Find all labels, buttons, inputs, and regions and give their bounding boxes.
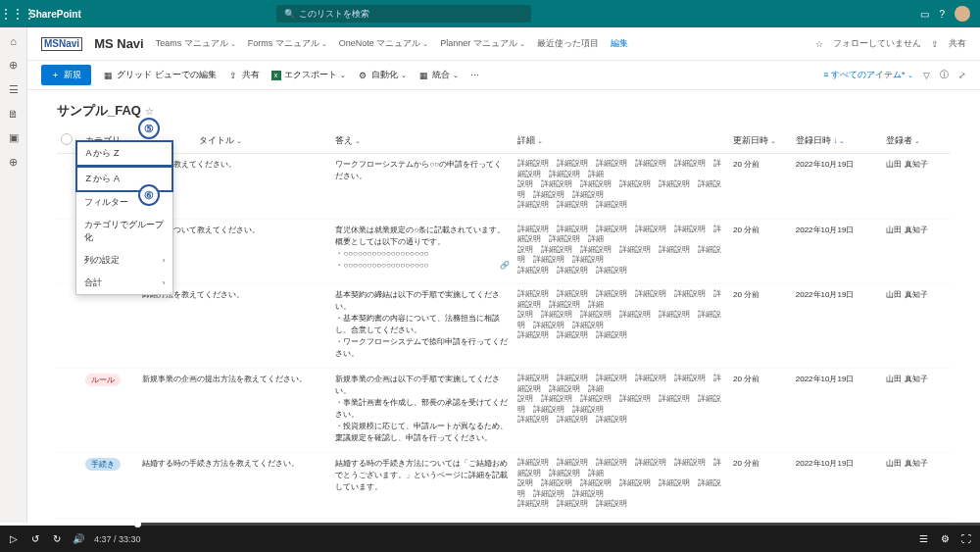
- chevron-down-icon: ⌄: [537, 137, 543, 144]
- filter-icon[interactable]: ▽: [923, 71, 930, 80]
- play-icon[interactable]: ▷: [8, 533, 20, 545]
- cell-author: 山田 真知子: [882, 453, 951, 519]
- site-logo[interactable]: MSNavi: [41, 37, 82, 51]
- cell-author: 山田 真知子: [882, 219, 951, 284]
- table-row[interactable]: の制度について教えてください。 育児休業は就業規定の○条に記載されています。 概…: [57, 219, 951, 284]
- app-name: SharePoint: [29, 9, 81, 20]
- search-input[interactable]: 🔍 このリストを検索: [276, 5, 531, 23]
- cmd-export[interactable]: xエクスポート⌄: [271, 69, 346, 81]
- nav-recent[interactable]: 最近使った項目: [537, 37, 599, 50]
- info-icon[interactable]: ⓘ: [940, 69, 949, 81]
- new-button[interactable]: ＋ 新規: [41, 65, 91, 85]
- sort-za[interactable]: Z から A: [75, 166, 173, 192]
- news-icon[interactable]: ▣: [9, 131, 19, 144]
- link-icon[interactable]: 🔗: [500, 260, 510, 272]
- cell-detail: 詳細説明 詳細説明 詳細説明 詳細説明 詳細説明 詳細説明 詳細説明 詳細 説明…: [514, 154, 729, 220]
- cell-detail: 詳細説明 詳細説明 詳細説明 詳細説明 詳細説明 詳細説明 詳細説明 詳細 説明…: [514, 453, 729, 519]
- chevron-down-icon: ⌄: [340, 72, 346, 79]
- search-icon: 🔍: [284, 9, 295, 19]
- cell-detail: 詳細説明 詳細説明 詳細説明 詳細説明 詳細説明 詳細説明 詳細説明 詳細 説明…: [514, 284, 729, 369]
- cell-registered: 2022年10月19日: [792, 284, 883, 369]
- cell-detail: 詳細説明 詳細説明 詳細説明 詳細説明 詳細説明 詳細説明 詳細説明 詳細 説明…: [514, 369, 729, 453]
- volume-icon[interactable]: 🔊: [73, 533, 84, 545]
- fullscreen-icon[interactable]: ⛶: [960, 533, 972, 545]
- col-answer[interactable]: 答え⌄: [331, 127, 513, 154]
- cell-registered: 2022年10月19日: [792, 453, 883, 519]
- search-placeholder: このリストを検索: [299, 8, 369, 21]
- cell-author: 山田 真知子: [882, 284, 951, 369]
- view-selector[interactable]: ≡ すべてのアイテム* ⌄: [823, 69, 913, 81]
- add-icon[interactable]: ⊕: [9, 156, 18, 169]
- help-icon[interactable]: ?: [939, 9, 945, 20]
- avatar[interactable]: [955, 6, 970, 22]
- cell-answer: 結婚する時の手続き方法については「ご結婚おめでとうございます。」というページに詳…: [331, 453, 513, 519]
- expand-icon[interactable]: ⤢: [958, 71, 966, 80]
- nav-forms[interactable]: Forms マニュアル⌄: [248, 37, 327, 50]
- col-updated[interactable]: 更新日時⌄: [729, 127, 792, 154]
- group-by[interactable]: カテゴリでグループ化: [76, 214, 172, 249]
- cell-answer: 基本契約の締結は以下の手順で実施してください。 ・基本契約書の内容について、法務…: [331, 284, 513, 369]
- cell-answer: ワークフローシステムから○○の申請を行ってください。: [331, 154, 513, 220]
- nav-planner[interactable]: Planner マニュアル⌄: [440, 37, 525, 50]
- cmd-grid-edit[interactable]: ▦グリッド ビューでの編集: [103, 69, 217, 81]
- video-progress[interactable]: [0, 523, 980, 526]
- cell-updated: 20 分前: [729, 369, 792, 453]
- table-row[interactable]: き方法を教えてください。 ワークフローシステムから○○の申請を行ってください。 …: [57, 154, 951, 220]
- progress-handle[interactable]: [134, 521, 141, 527]
- forward-icon[interactable]: ↻: [51, 533, 63, 545]
- nav-edit[interactable]: 編集: [611, 37, 628, 50]
- table-row[interactable]: ルール 新規事業の企画の提出方法を教えてください。 新規事業の企画は以下の手順で…: [57, 369, 951, 453]
- favorite-star-icon[interactable]: ☆: [145, 106, 154, 117]
- cc-icon[interactable]: ☰: [917, 533, 929, 545]
- table-row[interactable]: 手続き 結婚する時の手続き方法を教えてください。 結婚する時の手続き方法について…: [57, 453, 951, 519]
- home-icon[interactable]: ⌂: [10, 35, 17, 47]
- flow-icon: ⚙: [358, 70, 368, 80]
- chevron-down-icon: ⌄: [770, 137, 776, 144]
- cell-updated: 20 分前: [729, 154, 792, 220]
- chevron-right-icon: ›: [163, 278, 166, 287]
- follow-star-icon[interactable]: ☆: [815, 39, 823, 49]
- video-player-bar: ▷ ↺ ↻ 🔊 4:37 / 33:30 ☰ ⚙ ⛶: [0, 523, 980, 552]
- globe-icon[interactable]: ⊕: [9, 59, 18, 72]
- cell-updated: 20 分前: [729, 284, 792, 369]
- nav-onenote[interactable]: OneNote マニュアル⌄: [339, 37, 429, 50]
- cmd-share[interactable]: ⇪共有: [228, 69, 260, 81]
- column-filter-menu: A から Z Z から A フィルター カテゴリでグループ化 列の設定› 合計›: [75, 140, 173, 295]
- chevron-down-icon: ⌄: [839, 137, 845, 144]
- col-registered[interactable]: 登録日時 ↓⌄: [792, 127, 883, 154]
- nav-teams[interactable]: Teams マニュアル⌄: [156, 37, 236, 50]
- cmd-more[interactable]: ⋯: [470, 71, 479, 80]
- app-launcher-icon[interactable]: ⋮⋮⋮: [0, 7, 27, 21]
- settings-icon[interactable]: ⚙: [939, 533, 951, 545]
- list-icon[interactable]: ☰: [9, 83, 19, 96]
- cell-registered: 2022年10月19日: [792, 154, 883, 220]
- cmd-integrate[interactable]: ▦統合⌄: [418, 69, 459, 81]
- cell-category: 手続き: [81, 453, 138, 519]
- grid-icon: ▦: [103, 70, 114, 80]
- share-icon: ⇪: [228, 70, 239, 80]
- list-table: カテゴリ⌄ A から Z Z から A フィルター カテゴリでグループ化 列の設…: [57, 127, 951, 519]
- cell-title: 新規事業の企画の提出方法を教えてください。: [138, 369, 331, 453]
- teams-icon[interactable]: ▭: [920, 9, 929, 20]
- col-author[interactable]: 登録者⌄: [882, 127, 951, 154]
- site-name[interactable]: MS Navi: [94, 36, 144, 51]
- column-settings[interactable]: 列の設定›: [76, 249, 172, 272]
- col-detail[interactable]: 詳細⌄: [514, 127, 729, 154]
- chevron-down-icon: ⌄: [401, 72, 407, 79]
- sort-az[interactable]: A から Z: [75, 140, 173, 167]
- video-time: 4:37 / 33:30: [94, 534, 141, 544]
- totals[interactable]: 合計›: [76, 272, 172, 294]
- rewind-icon[interactable]: ↺: [29, 533, 41, 545]
- chevron-down-icon: ⌄: [236, 137, 242, 144]
- cell-category: ルール: [81, 369, 138, 453]
- col-category[interactable]: カテゴリ⌄ A から Z Z から A フィルター カテゴリでグループ化 列の設…: [81, 127, 138, 154]
- chevron-down-icon: ⌄: [914, 137, 920, 144]
- file-icon[interactable]: 🗎: [8, 108, 19, 120]
- chevron-right-icon: ›: [163, 256, 166, 265]
- share-icon[interactable]: ⇪: [931, 39, 939, 49]
- table-row[interactable]: 締結方法を教えてください。 基本契約の締結は以下の手順で実施してください。 ・基…: [57, 284, 951, 369]
- cell-registered: 2022年10月19日: [792, 369, 883, 453]
- cell-title: 締結方法を教えてください。: [138, 284, 331, 369]
- chevron-down-icon: ⌄: [355, 137, 361, 144]
- cmd-automate[interactable]: ⚙自動化⌄: [358, 69, 407, 81]
